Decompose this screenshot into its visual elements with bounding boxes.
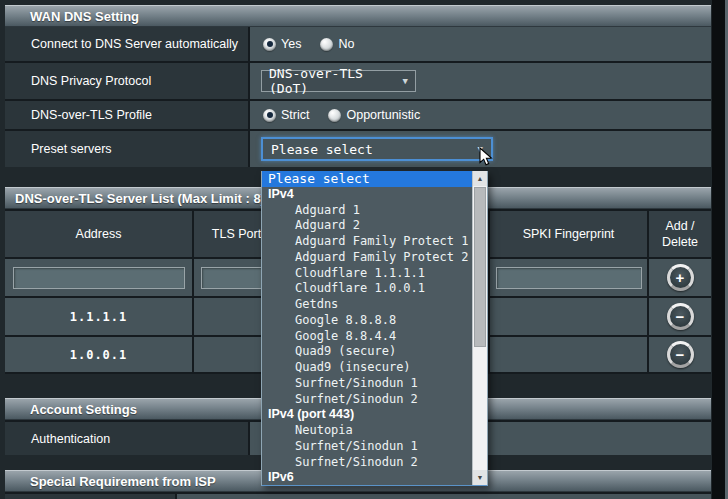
dot-profile-label: DNS-over-TLS Profile	[5, 101, 250, 129]
radio-yes-label[interactable]: Yes	[281, 37, 301, 51]
radio-strict-icon[interactable]	[263, 109, 276, 122]
wan-dns-setting-header: WAN DNS Setting	[5, 5, 711, 27]
dropdown-option[interactable]: Surfnet/Sinodun 1	[262, 376, 472, 392]
section-title: WAN DNS Setting	[30, 9, 139, 24]
dropdown-option[interactable]: Adguard 1	[262, 203, 472, 219]
section-title: Account Settings	[30, 402, 137, 417]
dropdown-option[interactable]: Adguard Family Protect 2	[262, 250, 472, 266]
dropdown-group-ipv6: IPv6	[262, 470, 472, 485]
spki-fingerprint-input[interactable]	[496, 267, 642, 289]
dropdown-option[interactable]: Cloudflare 1.1.1.1	[262, 266, 472, 282]
preset-servers-select[interactable]: Please select ▼	[261, 137, 493, 161]
dropdown-option-selected[interactable]: Please select	[262, 171, 472, 187]
server-address: 1.0.0.1	[70, 348, 128, 362]
delete-server-button[interactable]: −	[667, 341, 694, 368]
partial-row	[5, 492, 711, 499]
column-header-address: Address	[5, 211, 194, 257]
dns-privacy-row: DNS Privacy Protocol DNS-over-TLS (DoT) …	[5, 61, 711, 99]
authentication-label: Authentication	[5, 422, 250, 455]
preset-servers-label: Preset servers	[5, 131, 250, 167]
preset-servers-select-value: Please select	[271, 142, 373, 157]
radio-no-label[interactable]: No	[338, 37, 354, 51]
radio-strict-label[interactable]: Strict	[281, 108, 309, 122]
dropdown-option[interactable]: Adguard Family Protect 1	[262, 234, 472, 250]
radio-yes-icon[interactable]	[263, 38, 276, 51]
scroll-up-icon[interactable]: ▲	[473, 171, 487, 186]
right-edge-bar	[712, 0, 725, 499]
connect-dns-row: Connect to DNS Server automatically Yes …	[5, 27, 711, 61]
add-server-button[interactable]: +	[667, 264, 694, 291]
wan-dns-settings-page: WAN DNS Setting Connect to DNS Server au…	[0, 0, 728, 499]
section-title: Special Requirement from ISP	[30, 474, 216, 489]
dropdown-option[interactable]: Surfnet/Sinodun 1	[262, 439, 472, 455]
dropdown-option[interactable]: Google 8.8.8.8	[262, 313, 472, 329]
mouse-cursor-icon	[479, 147, 494, 172]
delete-server-button[interactable]: −	[667, 303, 694, 330]
scroll-down-icon[interactable]: ▼	[473, 470, 487, 485]
server-address: 1.1.1.1	[70, 310, 128, 324]
dns-privacy-select-value: DNS-over-TLS (DoT)	[269, 66, 403, 96]
plus-icon: +	[676, 270, 685, 285]
preset-servers-dropdown: Please select IPv4 Adguard 1 Adguard 2 A…	[261, 171, 488, 486]
dropdown-option[interactable]: Quad9 (insecure)	[262, 360, 472, 376]
scrollbar-thumb[interactable]	[474, 187, 486, 347]
dropdown-option[interactable]: Getdns	[262, 297, 472, 313]
dropdown-group-ipv4-port-443: IPv4 (port 443)	[262, 407, 472, 423]
section-title: DNS-over-TLS Server List (Max Limit : 8)	[15, 191, 265, 206]
preset-servers-row: Preset servers Please select ▼	[5, 129, 711, 167]
column-header-spki: SPKI Fingerprint	[490, 211, 649, 257]
connect-dns-label: Connect to DNS Server automatically	[5, 27, 250, 61]
dropdown-option[interactable]: Adguard 2	[262, 218, 472, 234]
chevron-down-icon: ▼	[403, 77, 408, 86]
dropdown-option[interactable]: Surfnet/Sinodun 2	[262, 455, 472, 471]
column-header-add-delete: Add / Delete	[649, 211, 711, 257]
preset-option-list: Please select IPv4 Adguard 1 Adguard 2 A…	[262, 171, 472, 485]
radio-opportunistic-label[interactable]: Opportunistic	[346, 108, 420, 122]
dropdown-option[interactable]: Surfnet/Sinodun 2	[262, 392, 472, 408]
minus-icon: −	[676, 309, 685, 324]
dropdown-option[interactable]: Cloudflare 1.0.0.1	[262, 281, 472, 297]
dns-privacy-label: DNS Privacy Protocol	[5, 63, 250, 99]
dropdown-option[interactable]: Neutopia	[262, 423, 472, 439]
radio-opportunistic-icon[interactable]	[328, 109, 341, 122]
dropdown-option[interactable]: Google 8.8.4.4	[262, 329, 472, 345]
dns-privacy-select[interactable]: DNS-over-TLS (DoT) ▼	[261, 70, 416, 92]
dropdown-scrollbar[interactable]: ▲ ▼	[472, 171, 487, 485]
dot-profile-row: DNS-over-TLS Profile Strict Opportunisti…	[5, 99, 711, 129]
radio-no-icon[interactable]	[320, 38, 333, 51]
dropdown-group-ipv4: IPv4	[262, 187, 472, 203]
wan-dns-setting-section: WAN DNS Setting Connect to DNS Server au…	[5, 5, 711, 167]
dropdown-option[interactable]: Quad9 (secure)	[262, 344, 472, 360]
minus-icon: −	[676, 347, 685, 362]
address-input[interactable]	[13, 267, 185, 289]
